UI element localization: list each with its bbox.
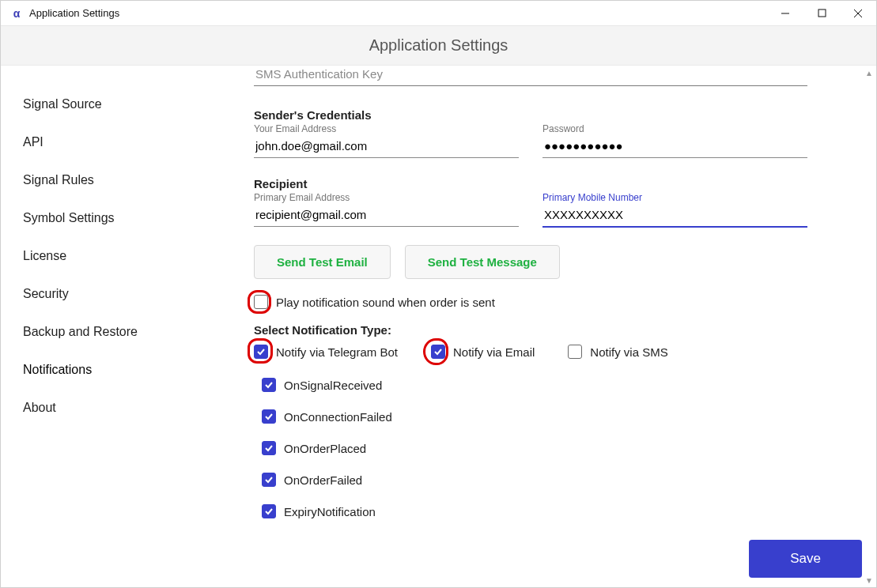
scroll-down-icon[interactable]: ▼: [862, 573, 876, 587]
event-onconnectionfailed-checkbox[interactable]: [262, 409, 276, 424]
email-field[interactable]: [254, 136, 519, 158]
notify-telegram-label: Notify via Telegram Bot: [276, 345, 398, 359]
notify-telegram-checkbox[interactable]: [254, 345, 268, 359]
sidebar-item-notifications[interactable]: Notifications: [23, 355, 238, 385]
recipient-email-label: Primary Email Address: [254, 192, 519, 203]
sidebar-item-about[interactable]: About: [23, 393, 238, 423]
body: Signal Source API Signal Rules Symbol Se…: [1, 66, 876, 587]
notify-sms-label: Notify via SMS: [590, 345, 667, 359]
recipient-email-field[interactable]: [254, 205, 519, 227]
app-icon: α: [9, 6, 25, 21]
event-expirynotification-checkbox[interactable]: [262, 504, 276, 518]
send-test-message-button[interactable]: Send Test Message: [405, 245, 560, 279]
event-onorderplaced-checkbox[interactable]: [262, 441, 276, 455]
play-sound-checkbox[interactable]: [254, 295, 268, 309]
notify-sms-checkbox[interactable]: [568, 345, 582, 359]
event-onconnectionfailed-label: OnConnectionFailed: [284, 410, 392, 424]
sms-auth-key-field[interactable]: SMS Authentication Key: [254, 66, 807, 86]
notif-type-title: Select Notification Type:: [254, 323, 829, 337]
titlebar: α Application Settings: [1, 1, 876, 26]
sender-credentials-title: Sender's Credentials: [254, 108, 829, 122]
event-onorderfailed-label: OnOrderFailed: [284, 473, 362, 487]
notify-email-checkbox[interactable]: [431, 345, 445, 359]
event-onorderfailed-checkbox[interactable]: [262, 473, 276, 487]
recipient-title: Recipient: [254, 177, 829, 190]
play-sound-label: Play notification sound when order is se…: [276, 296, 495, 309]
sidebar: Signal Source API Signal Rules Symbol Se…: [1, 66, 238, 587]
sidebar-item-license[interactable]: License: [23, 241, 238, 271]
event-onsignalreceived-checkbox[interactable]: [262, 378, 276, 392]
sidebar-item-signal-rules[interactable]: Signal Rules: [23, 165, 238, 195]
window: α Application Settings Application Setti…: [0, 0, 877, 588]
scrollbar[interactable]: ▲ ▼: [862, 66, 876, 587]
password-field[interactable]: [542, 136, 807, 158]
page-header: Application Settings: [1, 26, 876, 66]
scroll-up-icon[interactable]: ▲: [862, 66, 876, 80]
send-test-email-button[interactable]: Send Test Email: [254, 245, 391, 279]
sidebar-item-symbol-settings[interactable]: Symbol Settings: [23, 203, 238, 233]
password-label: Password: [542, 123, 807, 134]
event-onsignalreceived-label: OnSignalReceived: [284, 379, 382, 392]
sidebar-item-security[interactable]: Security: [23, 279, 238, 309]
save-button[interactable]: Save: [749, 540, 862, 578]
content: SMS Authentication Key Sender's Credenti…: [238, 66, 876, 587]
sidebar-item-backup-restore[interactable]: Backup and Restore: [23, 317, 238, 347]
recipient-mobile-field[interactable]: [542, 205, 807, 228]
minimize-button[interactable]: [767, 1, 803, 26]
event-onorderplaced-label: OnOrderPlaced: [284, 442, 366, 455]
window-title: Application Settings: [29, 7, 119, 19]
email-label: Your Email Address: [254, 123, 519, 134]
page-title: Application Settings: [369, 36, 508, 55]
recipient-mobile-label: Primary Mobile Number: [542, 192, 807, 203]
sidebar-item-signal-source[interactable]: Signal Source: [23, 89, 238, 119]
svg-rect-1: [818, 9, 826, 17]
notify-email-label: Notify via Email: [453, 345, 535, 359]
close-button[interactable]: [840, 1, 876, 26]
sidebar-item-api[interactable]: API: [23, 127, 238, 157]
play-sound-row: Play notification sound when order is se…: [254, 295, 829, 309]
event-expirynotification-label: ExpiryNotification: [284, 505, 376, 518]
maximize-button[interactable]: [803, 1, 840, 26]
